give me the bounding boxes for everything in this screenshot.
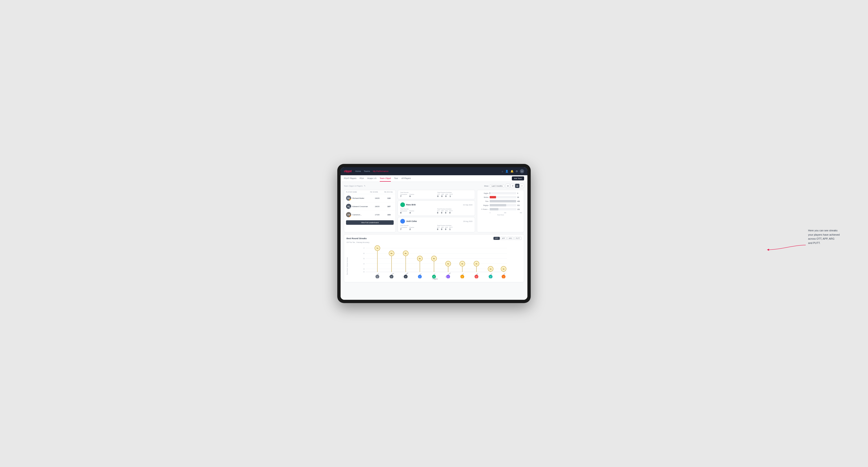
player-info: CM 3 Cameron... <box>346 212 370 217</box>
rounds-stats: Total Rounds Tournament 8 Practice 4 <box>400 208 436 214</box>
app: APP 0 <box>441 227 444 230</box>
players-panel: Total Rounds Tournament 7 Practice 6 <box>398 190 475 232</box>
player-info: RB 1 Richard Butler <box>346 195 370 201</box>
bar-label: Birdies <box>479 196 489 198</box>
tab-pga[interactable]: PGA <box>360 175 364 182</box>
svg-text:7x: 7x <box>376 247 378 249</box>
total-rounds-section: Total Rounds Tournament 7 Practice 6 <box>400 192 435 197</box>
annotation-arrow <box>766 238 808 252</box>
bar-value: 499 <box>517 200 522 202</box>
avatar[interactable]: U <box>520 169 524 173</box>
svg-text:3x: 3x <box>503 268 504 270</box>
tab-all-players[interactable]: All Players <box>401 175 411 182</box>
streaks-section: Best Round Streaks OTT APP ARG PUTT Off … <box>344 234 524 282</box>
streak-filter-app[interactable]: APP <box>500 237 507 240</box>
x-label-200: 200 <box>504 212 506 214</box>
card-view-icon[interactable]: ▤ <box>515 184 519 188</box>
tab-team-clippd[interactable]: Team Clippd <box>380 175 391 182</box>
annotation-text: Here you can see streaksyour players hav… <box>808 228 840 245</box>
streak-filter-putt[interactable]: PUTT <box>514 237 522 240</box>
rank-badge: 2 <box>349 207 351 209</box>
pb-score: 19/20 <box>370 197 384 199</box>
bar-track <box>490 192 516 194</box>
player-card-rees: Rees Britt 02 Sep 2023 Total Rounds Tour… <box>398 200 475 216</box>
player-avatar <box>400 219 405 224</box>
svg-text:3x: 3x <box>490 268 492 270</box>
practice-stat: Practice 2 <box>409 227 414 230</box>
ott-stat: OTT 0 <box>437 194 440 197</box>
total-practice-section: Total Practice Activities OTT 0 APP 0 <box>437 192 472 197</box>
bar-row-eagles: Eagles 3 <box>479 192 522 194</box>
svg-text:6x: 6x <box>405 253 407 254</box>
pb-score-header: PB SCORE <box>370 191 384 193</box>
nav-my-performance[interactable]: My Performance <box>373 169 389 173</box>
bell-icon[interactable]: 🔔 <box>510 170 514 173</box>
svg-text:5x: 5x <box>433 258 435 259</box>
bar-fill <box>490 192 490 194</box>
bar-track <box>490 208 516 210</box>
streak-filter-arg[interactable]: ARG <box>507 237 514 240</box>
list-view-icon[interactable]: ☰ <box>510 184 515 188</box>
ott: OTT 0 <box>437 210 440 214</box>
bar-value: 311 <box>517 205 522 206</box>
nav-teams[interactable]: Teams <box>364 169 370 173</box>
avatar: RB 1 <box>346 195 351 201</box>
search-icon[interactable]: ⌕ <box>502 170 503 173</box>
bar-value: 96 <box>517 196 522 198</box>
team-name: Team Clippd 14 Players <box>344 185 363 187</box>
practice-stat: Practice 4 <box>409 210 414 214</box>
y-axis-label: Best Streak, Fairway Accuracy <box>346 245 348 280</box>
tab-hcaps[interactable]: Hcaps 1-5 <box>367 175 376 182</box>
pb-avg: 107 <box>384 206 394 208</box>
add-team-button[interactable]: Add Team <box>512 177 524 181</box>
svg-text:4x: 4x <box>475 263 477 264</box>
table-row: CM 3 Cameron... 17/20 103 <box>344 211 396 219</box>
bar-fill <box>490 208 498 210</box>
streak-chart-svg: 7 6 5 4 3 0 <box>349 245 522 278</box>
player-name: Cameron... <box>352 214 362 216</box>
svg-text:BM: BM <box>391 276 393 278</box>
tournament-stat: Tournament 7 <box>400 227 407 230</box>
svg-text:5: 5 <box>364 258 365 259</box>
bar-row-birdies: Birdies 96 <box>479 196 522 198</box>
leaderboard-header: PLAYER NAME PB SCORE PB AVG SQ <box>344 190 396 194</box>
subnav: PGAT Players PGA Hcaps 1-5 Team Clippd T… <box>341 175 527 182</box>
streaks-header: Best Round Streaks OTT APP ARG PUTT <box>346 237 522 240</box>
app-stat: APP 0 <box>441 194 444 197</box>
arg-stat: ARG 0 <box>445 194 448 197</box>
player-name: Edward Crossman <box>352 206 368 208</box>
nav-home[interactable]: Home <box>355 169 361 173</box>
tab-tour[interactable]: Tour <box>394 175 398 182</box>
arg: ARG 0 <box>445 227 448 230</box>
player-name-header: PLAYER NAME <box>346 191 370 193</box>
player-info: EC 2 Edward Crossman <box>346 204 370 209</box>
edit-icon[interactable]: ✎ <box>364 185 366 187</box>
svg-text:EE: EE <box>377 276 378 278</box>
team-header: Team Clippd 14 Players ✎ Show Last 3 mon… <box>344 184 524 188</box>
grid-view-icon[interactable]: ⊞ <box>506 184 510 188</box>
player-info-left: Josh Coles <box>400 219 417 224</box>
table-view-icon[interactable]: ≡ <box>520 184 524 188</box>
table-row: RB 1 Richard Butler 19/20 110 <box>344 194 396 203</box>
streaks-title: Best Round Streaks <box>346 237 367 240</box>
streak-filter-ott[interactable]: OTT <box>493 237 500 240</box>
svg-text:5x: 5x <box>419 258 421 259</box>
svg-text:JC: JC <box>419 276 421 278</box>
tab-pgat-players[interactable]: PGAT Players <box>344 175 356 182</box>
view-full-leaderboard-button[interactable]: View Full Leaderboard <box>346 220 394 225</box>
subnav-tabs: PGAT Players PGA Hcaps 1-5 Team Clippd T… <box>344 175 411 182</box>
bar-fill <box>490 200 516 203</box>
practice-activities: Total Practice Activities OTT 0 APP 0 <box>437 225 472 230</box>
navbar-actions: ⌕ 👤 🔔 ⚙ U <box>502 169 524 173</box>
practice-rounds: Practice 6 <box>409 194 414 197</box>
users-icon[interactable]: 👤 <box>505 170 508 173</box>
settings-icon[interactable]: ⚙ <box>516 170 518 173</box>
summary-card: Total Rounds Tournament 7 Practice 6 <box>398 190 475 199</box>
svg-text:RB: RB <box>490 276 492 278</box>
svg-text:0: 0 <box>364 271 365 273</box>
bar-value: 3 <box>517 192 522 194</box>
streaks-subtitle: Off The Tee , Fairway Accuracy <box>346 241 522 243</box>
bar-row-pars: Pars 499 <box>479 200 522 203</box>
svg-text:EC: EC <box>447 276 449 278</box>
filter-dropdown[interactable]: Last 3 months <box>490 184 504 188</box>
